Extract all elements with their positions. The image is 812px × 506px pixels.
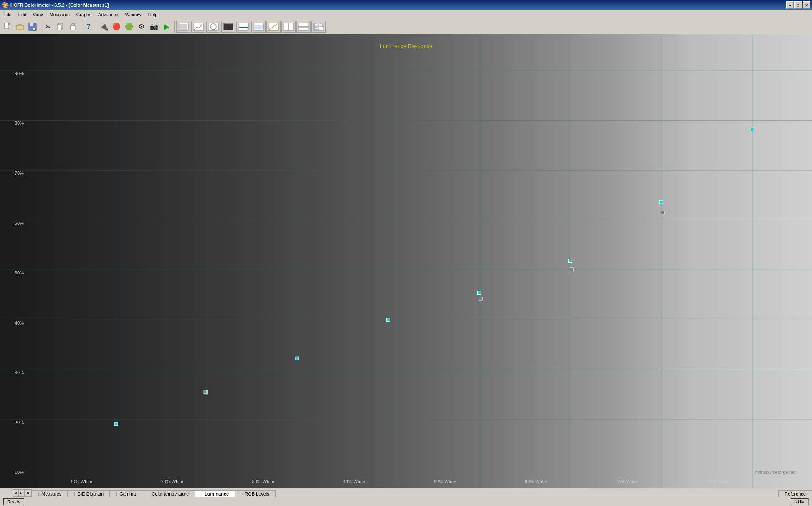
menu-help[interactable]: Help	[145, 11, 161, 18]
title-bar-left: 🎨 HCFR Colorimeter - 3.5.2 - [Color Meas…	[2, 2, 109, 8]
tab-arrow-cie: ⟩	[74, 492, 76, 496]
status-bar-right: NUM	[791, 498, 809, 505]
svg-rect-31	[314, 28, 318, 30]
toolbar-cut[interactable]: ✂	[42, 21, 54, 33]
title-bar-controls[interactable]: – □ ✕	[786, 1, 810, 9]
svg-rect-48	[114, 423, 118, 426]
menu-measures[interactable]: Measures	[46, 11, 73, 18]
toolbar-sep-4	[174, 21, 175, 33]
svg-rect-24	[283, 23, 288, 30]
toolbar-help[interactable]: ?	[83, 21, 94, 33]
svg-rect-25	[289, 23, 293, 30]
tab-reference[interactable]: Reference	[778, 490, 812, 497]
view-btn-2[interactable]	[191, 21, 205, 33]
chart-title: Luminance Response	[380, 43, 433, 49]
svg-rect-17	[238, 23, 248, 30]
view-btn-3[interactable]	[206, 21, 220, 33]
toolbar-camera[interactable]: 📷	[148, 21, 160, 33]
view-btn-7[interactable]	[266, 21, 281, 33]
tab-measures[interactable]: ⟩ Measures	[32, 490, 68, 497]
status-text: Ready	[3, 498, 24, 505]
menu-bar: File Edit View Measures Graphs Advanced …	[0, 10, 812, 19]
x-label-20: 20% White	[161, 479, 183, 484]
svg-rect-57	[479, 297, 483, 300]
toolbar-sep-1	[40, 21, 40, 33]
toolbar-paste[interactable]	[67, 21, 79, 33]
tab-label-cie: CIE Diagram	[77, 491, 104, 496]
tab-arrow-measures: ⟩	[38, 492, 40, 496]
menu-graphs[interactable]: Graphs	[73, 11, 95, 18]
svg-rect-0	[5, 23, 9, 29]
title-bar-title: HCFR Colorimeter - 3.5.2 - [Color Measur…	[10, 3, 109, 8]
tab-label-colortemp: Color temperature	[152, 491, 189, 496]
bottom-tabs: ◄ ► ✕ ⟩ Measures ⟩ CIE Diagram ⟩ Gamma ⟩…	[0, 488, 812, 497]
svg-rect-18	[239, 26, 248, 26]
tab-arrow-gamma: ⟩	[116, 492, 118, 496]
toolbar-save[interactable]	[27, 21, 38, 33]
restore-button[interactable]: □	[794, 1, 802, 9]
minimize-button[interactable]: –	[786, 1, 794, 9]
svg-rect-53	[568, 259, 572, 263]
svg-rect-9	[72, 24, 74, 26]
view-btn-8[interactable]	[281, 21, 296, 33]
toolbar-new[interactable]	[2, 21, 13, 33]
tab-rgb-levels[interactable]: ⟩ RGB Levels	[235, 490, 276, 497]
tab-scroll-up[interactable]: ✕	[24, 489, 32, 497]
toolbar-copy[interactable]	[55, 21, 66, 33]
toolbar-colorimeter[interactable]: 🔌	[98, 21, 110, 33]
view-btn-6[interactable]	[251, 21, 266, 33]
chart-svg: Luminance Response hcfr.sourceforge.net …	[0, 34, 812, 488]
menu-window[interactable]: Window	[122, 11, 145, 18]
y-label-90: 90%	[15, 71, 24, 76]
tab-scroll-prev[interactable]: ◄	[13, 489, 18, 497]
menu-edit[interactable]: Edit	[15, 11, 30, 18]
svg-rect-7	[57, 25, 61, 30]
svg-rect-55	[750, 128, 754, 131]
tab-reference-label: Reference	[784, 491, 806, 496]
close-button[interactable]: ✕	[803, 1, 810, 9]
tab-scroll-next[interactable]: ►	[18, 489, 24, 497]
x-label-10: 10% White	[70, 479, 92, 484]
y-label-30: 30%	[15, 370, 24, 375]
svg-rect-16	[224, 24, 233, 30]
toolbar-settings[interactable]: ⚙	[136, 21, 147, 33]
status-bar: Ready NUM	[0, 497, 812, 506]
x-label-50: 50% White	[434, 479, 456, 484]
svg-rect-26	[298, 23, 309, 26]
main-content: Luminance Response hcfr.sourceforge.net …	[0, 34, 812, 488]
svg-rect-58	[570, 268, 573, 271]
svg-rect-50	[296, 357, 299, 360]
svg-rect-54	[659, 200, 663, 204]
toolbar: ✂ ? 🔌 🔴 🟢 ⚙ 📷 ▶	[0, 19, 812, 34]
menu-advanced[interactable]: Advanced	[95, 11, 122, 18]
tab-luminance[interactable]: ⟩ Luminance	[195, 490, 235, 497]
menu-view[interactable]: View	[30, 11, 46, 18]
y-label-40: 40%	[15, 320, 24, 325]
tab-gamma[interactable]: ⟩ Gamma	[110, 490, 142, 497]
status-num: NUM	[791, 498, 809, 505]
tab-arrow-rgb: ⟩	[241, 492, 243, 496]
view-btn-1[interactable]	[176, 21, 190, 33]
toolbar-green-circle[interactable]: 🟢	[123, 21, 135, 33]
y-label-50: 50%	[15, 270, 24, 275]
tab-color-temperature[interactable]: ⟩ Color temperature	[142, 490, 195, 497]
y-label-20: 20%	[15, 420, 24, 425]
tab-label-gamma: Gamma	[119, 491, 136, 496]
menu-file[interactable]: File	[1, 11, 15, 18]
view-btn-4[interactable]	[221, 21, 235, 33]
toolbar-play[interactable]: ▶	[161, 21, 172, 33]
svg-rect-27	[298, 27, 309, 30]
chart-area: Luminance Response hcfr.sourceforge.net …	[0, 34, 812, 488]
tab-cie-diagram[interactable]: ⟩ CIE Diagram	[68, 490, 110, 497]
svg-rect-59	[661, 211, 664, 214]
view-btn-9[interactable]	[296, 21, 311, 33]
svg-rect-21	[254, 25, 263, 29]
app-icon: 🎨	[2, 2, 9, 8]
svg-rect-56	[203, 390, 206, 393]
x-label-60: 60% White	[525, 479, 547, 484]
toolbar-color-circles[interactable]: 🔴	[111, 21, 122, 33]
toolbar-open[interactable]	[14, 21, 26, 33]
svg-rect-52	[478, 291, 481, 295]
view-btn-10[interactable]	[311, 21, 326, 33]
view-btn-5[interactable]	[236, 21, 250, 33]
